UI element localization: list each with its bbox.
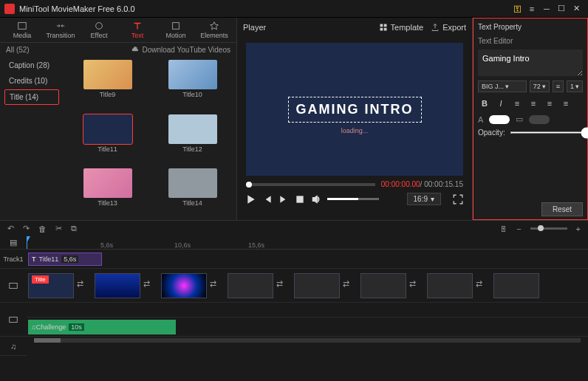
category-credits[interactable]: Credits (10) bbox=[4, 74, 59, 88]
empty-clip-5[interactable] bbox=[493, 273, 539, 298]
tab-text[interactable]: Text bbox=[118, 19, 157, 41]
category-all[interactable]: All (52) bbox=[6, 46, 30, 54]
thumb-title9[interactable] bbox=[83, 60, 132, 89]
bold-button[interactable]: B bbox=[478, 97, 491, 110]
tab-effect[interactable]: Effect bbox=[80, 19, 118, 41]
thumb-title10[interactable] bbox=[168, 60, 217, 89]
loading-text: loading... bbox=[341, 127, 369, 134]
aspect-select[interactable]: 16:9▾ bbox=[407, 193, 441, 205]
font-select[interactable]: BIG J... ▾ bbox=[478, 80, 527, 92]
text-property-panel: Text Property Text Editor BIG J... ▾ 72 … bbox=[473, 18, 588, 220]
line-height-select[interactable]: 1 ▾ bbox=[567, 80, 583, 92]
split-button[interactable]: ✂ bbox=[55, 224, 62, 233]
thumb-title11[interactable] bbox=[83, 114, 132, 144]
outline-icon: ▭ bbox=[516, 114, 523, 124]
line-spacing-icon[interactable]: ≡ bbox=[553, 80, 564, 92]
premium-key-icon[interactable]: ⚿ bbox=[510, 1, 524, 16]
category-title[interactable]: Title (14) bbox=[4, 89, 59, 105]
transition-slot-5[interactable]: ⇄ bbox=[343, 279, 356, 292]
svg-point-1 bbox=[96, 23, 103, 30]
video-clip-3[interactable] bbox=[161, 273, 207, 298]
timeline-add-button[interactable]: ▤ bbox=[0, 236, 27, 250]
opacity-label: Opacity: bbox=[478, 128, 505, 137]
svg-rect-8 bbox=[10, 283, 18, 288]
text-color-icon: A bbox=[478, 115, 483, 124]
outline-toggle[interactable] bbox=[529, 115, 550, 124]
time-current: 00:00:00.00 bbox=[381, 180, 420, 188]
font-size-select[interactable]: 72 ▾ bbox=[530, 80, 550, 92]
svg-rect-5 bbox=[380, 28, 383, 31]
fill-toggle[interactable] bbox=[489, 115, 510, 124]
empty-clip-2[interactable] bbox=[294, 273, 340, 298]
panel-title: Text Property bbox=[478, 21, 583, 32]
italic-button[interactable]: I bbox=[494, 97, 507, 110]
tab-motion[interactable]: Motion bbox=[157, 19, 195, 41]
opacity-slider[interactable] bbox=[510, 131, 588, 134]
playhead[interactable] bbox=[27, 236, 27, 249]
tab-elements[interactable]: Elements bbox=[195, 19, 233, 41]
video-track-icon[interactable] bbox=[0, 269, 27, 303]
delete-button[interactable]: 🗑 bbox=[38, 224, 47, 233]
seek-bar[interactable] bbox=[246, 183, 375, 186]
close-button[interactable]: ✕ bbox=[569, 1, 584, 16]
empty-clip-1[interactable] bbox=[228, 273, 273, 298]
zoom-out-button[interactable]: − bbox=[516, 224, 521, 233]
player-viewport[interactable]: GAMING INTRO loading... bbox=[246, 43, 463, 176]
svg-rect-7 bbox=[296, 196, 303, 202]
svg-rect-9 bbox=[10, 317, 18, 322]
template-button[interactable]: Template bbox=[379, 23, 424, 32]
time-total: / 00:00:15.15 bbox=[420, 180, 463, 188]
zoom-slider[interactable] bbox=[530, 227, 567, 230]
thumb-title14[interactable] bbox=[168, 168, 217, 198]
play-button[interactable] bbox=[246, 194, 256, 205]
svg-rect-2 bbox=[173, 23, 180, 30]
stop-button[interactable] bbox=[295, 194, 305, 205]
redo-button[interactable]: ↷ bbox=[23, 224, 30, 233]
thumb-title13[interactable] bbox=[83, 168, 132, 198]
timeline-scrollbar[interactable] bbox=[34, 338, 581, 343]
export-button[interactable]: Export bbox=[431, 23, 466, 32]
player-label: Player bbox=[243, 23, 266, 32]
empty-clip-4[interactable] bbox=[427, 273, 473, 298]
thumb-title12[interactable] bbox=[168, 114, 217, 144]
next-frame-button[interactable] bbox=[278, 194, 289, 205]
align-justify-button[interactable]: ≡ bbox=[559, 97, 572, 110]
tab-media[interactable]: Media bbox=[3, 19, 41, 41]
prev-frame-button[interactable] bbox=[262, 194, 273, 205]
transition-slot-1[interactable]: ⇄ bbox=[77, 279, 90, 292]
audio-clip[interactable]: ♫ Challenge 10s bbox=[28, 320, 176, 334]
transition-slot-4[interactable]: ⇄ bbox=[276, 279, 290, 292]
transition-slot-2[interactable]: ⇄ bbox=[143, 279, 157, 292]
maximize-button[interactable]: ☐ bbox=[554, 1, 569, 16]
align-right-button[interactable]: ≡ bbox=[543, 97, 556, 110]
align-left-button[interactable]: ≡ bbox=[510, 97, 524, 110]
minimize-button[interactable]: ─ bbox=[539, 1, 554, 16]
crop-button[interactable]: ⧉ bbox=[71, 224, 77, 233]
category-caption[interactable]: Caption (28) bbox=[4, 58, 59, 72]
video-track-2-icon[interactable] bbox=[0, 303, 27, 337]
app-title: MiniTool MovieMaker Free 6.0.0 bbox=[19, 4, 510, 13]
audio-track-icon[interactable]: ♫ bbox=[0, 337, 27, 356]
empty-clip-3[interactable] bbox=[360, 273, 406, 298]
title-clip[interactable]: TTitle11 5,6s bbox=[28, 253, 102, 266]
timeline-ruler[interactable]: 5,6s 10,6s 15,6s bbox=[27, 236, 588, 250]
undo-button[interactable]: ↶ bbox=[7, 224, 14, 233]
transition-slot-3[interactable]: ⇄ bbox=[210, 279, 223, 292]
menu-icon[interactable]: ≡ bbox=[524, 1, 539, 16]
transition-slot-6[interactable]: ⇄ bbox=[409, 279, 423, 292]
timeline-audio-icon[interactable]: 🎚 bbox=[499, 224, 507, 233]
zoom-in-button[interactable]: + bbox=[576, 224, 581, 233]
tab-transition[interactable]: Transition bbox=[41, 19, 80, 41]
text-content-input[interactable] bbox=[478, 49, 583, 76]
reset-button[interactable]: Reset bbox=[541, 202, 583, 216]
video-clip-1[interactable]: Title bbox=[28, 273, 74, 298]
transition-slot-7[interactable]: ⇄ bbox=[476, 279, 489, 292]
fullscreen-button[interactable] bbox=[453, 194, 463, 205]
video-clip-2[interactable] bbox=[95, 273, 140, 298]
download-youtube-button[interactable]: Download YouTube Videos bbox=[131, 46, 230, 54]
volume-icon[interactable] bbox=[311, 194, 321, 205]
text-overlay[interactable]: GAMING INTRO bbox=[288, 97, 422, 123]
align-center-button[interactable]: ≡ bbox=[527, 97, 540, 110]
svg-rect-4 bbox=[383, 24, 386, 27]
volume-slider[interactable] bbox=[327, 198, 379, 200]
